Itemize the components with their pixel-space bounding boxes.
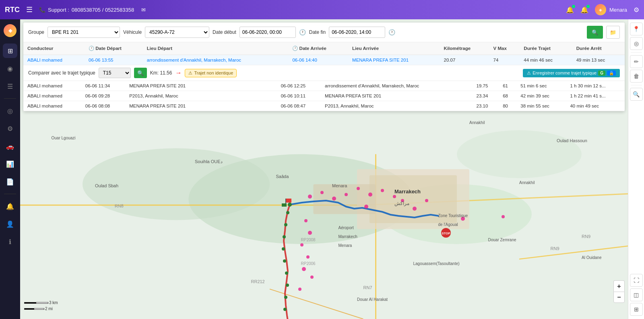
svg-point-22 [283, 308, 287, 311]
conducteur-link[interactable]: ABALI mohamed [27, 58, 62, 62]
search-btn[interactable]: 🔍 [587, 26, 603, 39]
save-typical-btn[interactable]: ⚠ Enregistrer comme trajet typique G 🔒 [523, 69, 620, 77]
notification-btn[interactable]: 🔔 [566, 6, 574, 14]
alert-btn[interactable]: 🔔 [580, 6, 588, 14]
date-debut-input[interactable] [239, 27, 296, 38]
svg-point-27 [345, 193, 348, 196]
email-icon: ✉ [141, 7, 146, 13]
compare-select[interactable]: T15 [99, 68, 131, 78]
phone-icon: 📞 [39, 7, 45, 13]
th-vmax: V Max [489, 42, 520, 55]
sidebar: ◈ ⊞ ◉ ☰ ◎ ⚙ 🚗 📊 📄 🔔 👤 ℹ [0, 19, 20, 319]
table-row[interactable]: ABALI mohamed 06-06 08:08 MENARA PREFA S… [23, 101, 625, 111]
clock-icon-fin[interactable]: 🕐 [388, 29, 395, 35]
extra-table-container: ABALI mohamed 06-06 11:34 MENARA PREFA S… [23, 81, 625, 111]
sidebar-item-list[interactable]: ☰ [3, 79, 17, 93]
svg-text:Douar Zemrane: Douar Zemrane [488, 238, 516, 242]
content-area: STOP RN8 RN7 RN9 RR212 Souihla OUEد Saâd… [20, 19, 644, 319]
svg-text:RP2008: RP2008 [301, 238, 316, 242]
sidebar-item-car[interactable]: 🚗 [3, 139, 17, 153]
table-row[interactable]: ABALI mohamed 06-06 09:28 P2013, Annakhi… [23, 91, 625, 101]
date-arrivee-link[interactable]: 06-06 14:40 [292, 58, 317, 62]
map-tool-layers[interactable]: ⊞ [630, 303, 643, 316]
sidebar-item-stats[interactable]: 📊 [3, 157, 17, 171]
cell-date-arrivee: 06-06 08:47 [277, 101, 321, 111]
clock-icon-debut[interactable]: 🕐 [299, 29, 306, 35]
map-tool-fullscreen[interactable]: ⛶ [630, 274, 643, 287]
svg-point-15 [284, 223, 287, 226]
sidebar-item-map[interactable]: ◉ [3, 61, 17, 76]
navbar: RTC ☰ 📞 Support : 0808538705 / 052258335… [0, 0, 644, 19]
cell-date-arrivee: 06-06 10:11 [277, 91, 321, 101]
cell-lieu-depart: P2013, Annakhil, Maroc [125, 91, 277, 101]
cell-duree-arret: 1 h 22 min 41 s... [566, 91, 625, 101]
svg-text:Annakhil: Annakhil [469, 120, 485, 125]
table-row[interactable]: ABALI mohamed 06-06 13:55 arrondissement… [23, 55, 625, 65]
map-tool-location[interactable]: 📍 [630, 23, 643, 35]
compare-search-btn[interactable]: 🔍 [134, 68, 147, 78]
svg-text:Menara: Menara [332, 183, 347, 188]
svg-point-44 [502, 215, 505, 218]
menu-icon[interactable]: ☰ [26, 5, 33, 14]
support-phones: 0808538705 / 0522583358 [72, 7, 134, 13]
compare-label: Comparer avec le trajet typique [28, 70, 95, 76]
cell-duree-arret: 40 min 49 sec [566, 101, 625, 111]
cell-duree-trajet: 44 min 46 sec [520, 55, 572, 65]
svg-point-32 [304, 219, 308, 222]
sidebar-item-bell[interactable]: 🔔 [3, 199, 17, 213]
alert-text: Trajet non identique [194, 70, 233, 75]
export-btn[interactable]: 📁 [606, 26, 620, 39]
avatar: ◈ [595, 4, 606, 15]
table-header-row: Conducteur 🕐 Date Départ Lieu Départ 🕐 D… [23, 42, 625, 55]
th-lieu-depart: Lieu Départ [143, 42, 289, 55]
map-tool-delete[interactable]: 🗑 [630, 70, 643, 83]
sidebar-item-dashboard[interactable]: ⊞ [3, 44, 17, 58]
svg-point-14 [286, 211, 289, 214]
sidebar-item-chart[interactable]: ◎ [3, 104, 17, 118]
cell-lieu-arrivee: P2013, Annakhil, Maroc [321, 101, 472, 111]
zoom-in-btn[interactable]: + [613, 280, 625, 292]
cell-vmax: 80 [499, 101, 516, 111]
groupe-select[interactable]: BPE R1 201 [47, 27, 120, 38]
date-depart-link[interactable]: 06-06 13:55 [89, 58, 113, 62]
map-tool-edit[interactable]: ✏ [630, 55, 643, 68]
lieu-depart-link[interactable]: arrondissement d'Annakhil, Marrakech, Ma… [147, 58, 241, 62]
map-tool-target[interactable]: ◎ [630, 37, 643, 50]
map-tool-filter[interactable]: ◫ [630, 288, 643, 301]
cell-date-arrivee: 06-06 14:40 [288, 55, 348, 65]
cell-km: 19.75 [473, 81, 499, 91]
sidebar-logo: ◈ [4, 24, 17, 37]
compare-row: Comparer avec le trajet typique T15 🔍 Km… [23, 65, 625, 81]
map-right-toolbar: 📍 ◎ ✏ 🗑 🔍 ⛶ ◫ ⊞ [628, 19, 644, 319]
badge-lock-icon: 🔒 [607, 70, 616, 76]
cell-date-arrivee: 06-06 12:25 [277, 81, 321, 91]
date-fin-input[interactable] [329, 27, 385, 38]
svg-text:STOP: STOP [442, 232, 450, 235]
svg-text:RN9: RN9 [551, 246, 559, 251]
save-typical-label: Enregistrer comme trajet typique [533, 70, 597, 75]
svg-point-37 [310, 276, 314, 279]
brand-label: RTC [5, 6, 20, 14]
th-date-depart: 🕐 Date Départ [85, 42, 143, 55]
cell-vmax: 68 [499, 91, 516, 101]
settings-icon[interactable]: ⚙ [634, 6, 639, 14]
zoom-out-btn[interactable]: − [613, 292, 625, 303]
map-scale: 3 km 2 mi [24, 300, 58, 311]
svg-point-25 [320, 191, 324, 194]
svg-point-19 [285, 271, 288, 275]
sidebar-item-info[interactable]: ℹ [3, 234, 17, 249]
svg-text:RN7: RN7 [363, 285, 372, 290]
table-head: Conducteur 🕐 Date Départ Lieu Départ 🕐 D… [23, 42, 625, 55]
sidebar-item-page[interactable]: 📄 [3, 174, 17, 189]
sidebar-item-user[interactable]: 👤 [3, 217, 17, 231]
svg-text:Marrakech: Marrakech [339, 234, 357, 239]
svg-rect-45 [286, 199, 291, 203]
support-info: 📞 Support : 0808538705 / 0522583358 ✉ [39, 7, 566, 13]
cell-duree-arret: 1 h 30 min 12 s... [566, 81, 625, 91]
map-tool-search[interactable]: 🔍 [630, 88, 643, 101]
vehicule-select[interactable]: 45290-A-72 [145, 27, 209, 38]
table-row[interactable]: ABALI mohamed 06-06 11:34 MENARA PREFA S… [23, 81, 625, 91]
sidebar-item-settings[interactable]: ⚙ [3, 121, 17, 136]
lieu-arrivee-link[interactable]: MENARA PREFA SITE 201 [352, 58, 409, 62]
user-menu[interactable]: ◈ Menara [595, 4, 627, 15]
